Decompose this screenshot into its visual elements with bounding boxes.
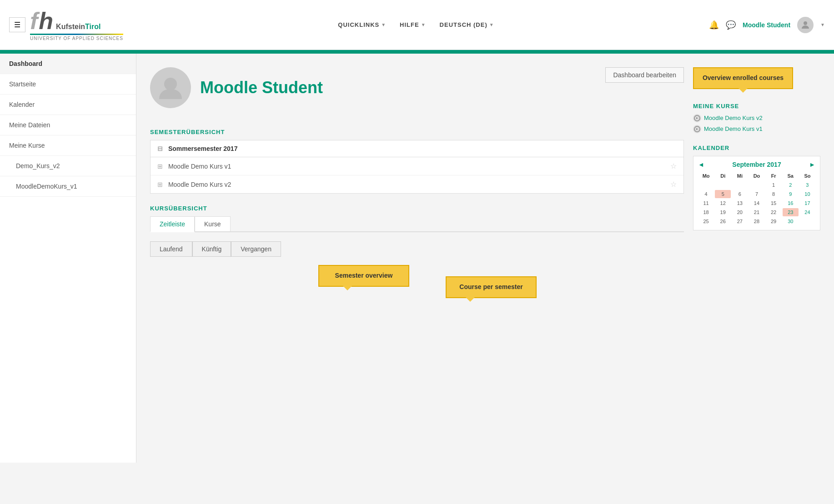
callout-semester-overview: Semester overview <box>318 265 409 287</box>
course-icon-2 <box>693 125 701 133</box>
cal-day-14[interactable]: 14 <box>749 199 764 207</box>
cal-day-21[interactable]: 21 <box>749 208 764 216</box>
cal-day-29[interactable]: 29 <box>766 217 782 225</box>
cal-day-16[interactable]: 16 <box>783 199 799 207</box>
callout-course-per-semester: Course per semester <box>446 276 537 298</box>
sidebar-meine-dateien-label: Meine Dateien <box>9 121 50 129</box>
cal-day-27[interactable]: 27 <box>732 217 748 225</box>
sidebar-item-kalender[interactable]: Kalender <box>0 95 136 115</box>
meine-kurse-section: MEINE KURSE Moodle Demo Kurs v2 Moodle D… <box>693 103 820 133</box>
cal-day-7[interactable]: 7 <box>749 190 764 198</box>
cal-day-3[interactable]: 3 <box>799 181 815 189</box>
chat-icon[interactable]: 💬 <box>726 20 736 30</box>
sidebar-item-meine-dateien[interactable]: Meine Dateien <box>0 115 136 135</box>
meine-kurse-link-1[interactable]: Moodle Demo Kurs v2 <box>693 114 820 122</box>
semester-section: SEMESTERÜBERSICHT ⊟ Sommersemester 2017 … <box>150 129 684 194</box>
cal-day-empty-2 <box>715 181 731 189</box>
edit-dashboard-button[interactable]: Dashboard bearbeiten <box>605 67 684 83</box>
semester-box: ⊟ Sommersemester 2017 ⊞ Moodle Demo Kurs… <box>150 140 684 194</box>
cal-day-13[interactable]: 13 <box>732 199 748 207</box>
cal-day-18[interactable]: 18 <box>698 208 714 216</box>
cal-day-26[interactable]: 26 <box>715 217 731 225</box>
cal-day-empty-4 <box>749 181 764 189</box>
avatar[interactable] <box>797 17 814 33</box>
cal-day-10[interactable]: 10 <box>799 190 815 198</box>
kalender-section: KALENDER ◄ September 2017 ► Mo Di Mi Do … <box>693 145 820 230</box>
sidebar-item-meine-kurse[interactable]: Meine Kurse <box>0 135 136 156</box>
cal-day-15[interactable]: 15 <box>766 199 782 207</box>
filter-vergangen[interactable]: Vergangen <box>231 241 281 257</box>
calendar-grid: Mo Di Mi Do Fr Sa So 1 2 3 <box>698 172 815 225</box>
sidebar-moodle-demo-kurs-v1-label: MoodleDemoKurs_v1 <box>16 183 77 190</box>
sidebar-item-demo-kurs-v2[interactable]: Demo_Kurs_v2 <box>0 156 136 176</box>
cal-day-8[interactable]: 8 <box>766 190 782 198</box>
filter-laufend[interactable]: Laufend <box>150 241 192 257</box>
sidebar-demo-kurs-v2-label: Demo_Kurs_v2 <box>16 162 60 170</box>
tab-zeitleiste[interactable]: Zeitleiste <box>150 216 195 232</box>
cal-header-fr: Fr <box>766 172 782 180</box>
nav-language[interactable]: DEUTSCH (DE) ▼ <box>440 21 494 28</box>
hamburger-button[interactable]: ☰ <box>9 17 25 32</box>
cal-day-empty-5 <box>799 217 815 225</box>
cal-day-12[interactable]: 12 <box>715 199 731 207</box>
sidebar-dashboard-label: Dashboard <box>9 60 42 67</box>
cal-day-25[interactable]: 25 <box>698 217 714 225</box>
nav-quicklinks-arrow: ▼ <box>381 22 386 27</box>
sidebar-item-dashboard[interactable]: Dashboard <box>0 54 136 74</box>
cal-day-1[interactable]: 1 <box>766 181 782 189</box>
course-row-2[interactable]: ⊞ Moodle Demo Kurs v2 ☆ <box>151 175 683 193</box>
cal-day-9[interactable]: 9 <box>783 190 799 198</box>
semester-header: ⊟ Sommersemester 2017 <box>151 140 683 157</box>
sidebar-meine-kurse-label: Meine Kurse <box>9 142 45 149</box>
calendar-next[interactable]: ► <box>809 161 815 168</box>
cal-header-do: Do <box>749 172 764 180</box>
nav-hilfe[interactable]: HILFE ▼ <box>400 21 426 28</box>
logo-area: f h KufsteinTirol University of Applied … <box>30 9 123 41</box>
cal-header-so: So <box>799 172 815 180</box>
cal-day-11[interactable]: 11 <box>698 199 714 207</box>
header-nav: QUICKLINKS ▼ HILFE ▼ DEUTSCH (DE) ▼ <box>338 21 494 28</box>
tab-kurse[interactable]: Kurse <box>195 216 231 231</box>
sidebar-item-moodle-demo-kurs-v1[interactable]: MoodleDemoKurs_v1 <box>0 176 136 197</box>
cal-day-28[interactable]: 28 <box>749 217 764 225</box>
cal-day-30[interactable]: 30 <box>783 217 799 225</box>
star-icon-2[interactable]: ☆ <box>670 180 677 189</box>
kalender-title: KALENDER <box>693 145 820 151</box>
cal-day-6[interactable]: 6 <box>732 190 748 198</box>
course-row-1[interactable]: ⊞ Moodle Demo Kurs v1 ☆ <box>151 157 683 175</box>
user-dropdown-caret[interactable]: ▼ <box>820 22 825 27</box>
content-area: Moodle Student Dashboard bearbeiten Seme… <box>136 54 834 463</box>
meine-kurse-link-2[interactable]: Moodle Demo Kurs v1 <box>693 125 820 133</box>
cal-day-22[interactable]: 22 <box>766 208 782 216</box>
meine-kurse-title: MEINE KURSE <box>693 103 820 110</box>
cal-day-5[interactable]: 5 <box>715 190 731 198</box>
calendar-prev[interactable]: ◄ <box>698 161 704 168</box>
header-left: ☰ f h KufsteinTirol University of Applie… <box>9 9 123 41</box>
callout-overview-enrolled: Overview enrolled courses <box>693 67 793 89</box>
cal-day-17[interactable]: 17 <box>799 199 815 207</box>
collapse-icon[interactable]: ⊟ <box>157 145 163 152</box>
user-name[interactable]: Moodle Student <box>743 21 790 29</box>
bell-icon[interactable]: 🔔 <box>709 20 719 30</box>
cal-day-24[interactable]: 24 <box>799 208 815 216</box>
cal-day-19[interactable]: 19 <box>715 208 731 216</box>
semester-section-title: SEMESTERÜBERSICHT <box>150 129 684 135</box>
course-name-1: Moodle Demo Kurs v1 <box>168 163 231 170</box>
nav-hilfe-label: HILFE <box>400 21 419 28</box>
cal-day-23[interactable]: 23 <box>783 208 799 216</box>
course-icon-1 <box>693 114 701 122</box>
cal-day-20[interactable]: 20 <box>732 208 748 216</box>
star-icon-1[interactable]: ☆ <box>670 162 677 170</box>
profile-section: Moodle Student <box>150 67 323 108</box>
nav-quicklinks[interactable]: QUICKLINKS ▼ <box>338 21 386 28</box>
cal-header-mi: Mi <box>732 172 748 180</box>
filter-buttons: Laufend Künftig Vergangen <box>150 241 684 257</box>
course-name-2: Moodle Demo Kurs v2 <box>168 181 231 188</box>
sidebar-item-startseite[interactable]: Startseite <box>0 74 136 95</box>
cal-day-2[interactable]: 2 <box>783 181 799 189</box>
cal-day-empty-1 <box>698 181 714 189</box>
cal-day-4[interactable]: 4 <box>698 190 714 198</box>
filter-kunftig[interactable]: Künftig <box>192 241 231 257</box>
semester-name: Sommersemester 2017 <box>168 145 238 152</box>
meine-kurse-link-1-label: Moodle Demo Kurs v2 <box>704 115 763 121</box>
